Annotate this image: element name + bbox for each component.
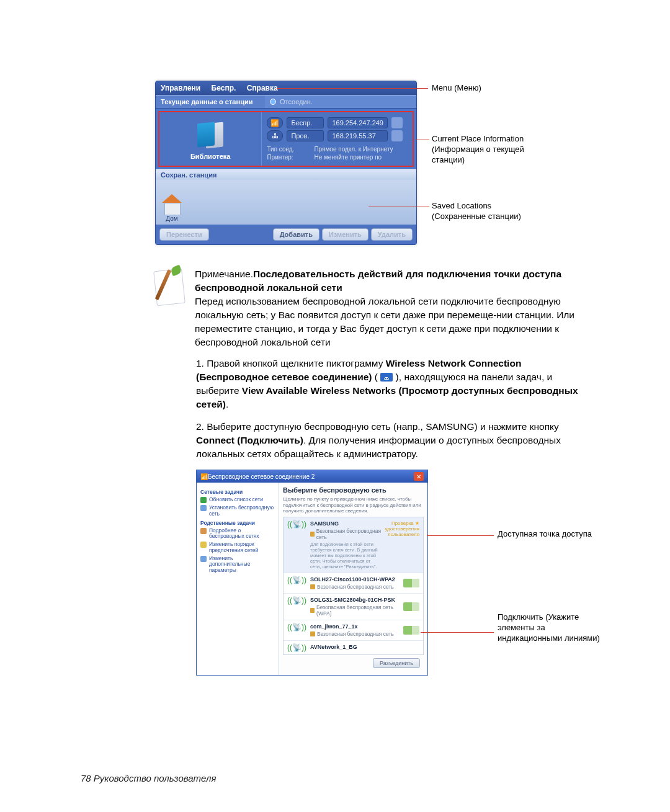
wireless-status-icon: 📶 — [267, 117, 283, 128]
add-button[interactable]: Добавить — [273, 228, 319, 241]
leader-line — [277, 88, 428, 89]
lock-icon — [310, 631, 315, 636]
steps-text: 1. Правой кнопкой щелкните пиктограмму W… — [196, 357, 589, 461]
side-item-setup[interactable]: Установить беспроводную сеть — [200, 505, 275, 517]
signal-bars-icon — [403, 602, 419, 611]
saved-item-label: Дом — [166, 215, 177, 222]
delete-button[interactable]: Удалить — [371, 228, 413, 241]
network-item[interactable]: ((📡)) SAMSUNG Безопасная беспроводная се… — [284, 517, 423, 573]
wireless-dialog-window: 📶 Беспроводное сетевое соединение 2 ✕ Се… — [196, 470, 428, 676]
refresh-icon — [200, 497, 207, 503]
info-icon — [200, 528, 207, 534]
note-icon — [155, 267, 184, 305]
signal-bars-icon — [403, 626, 419, 635]
network-list[interactable]: ((📡)) SAMSUNG Безопасная беспроводная се… — [283, 517, 424, 655]
wired-ip: 168.219.55.37 — [328, 130, 388, 141]
move-button[interactable]: Перенести — [159, 228, 209, 241]
network-item[interactable]: ((📡)) SOLH27-Cisco1100-01CH-WPA2Безопасн… — [284, 573, 423, 594]
note-text: Примечание.Последовательность действий д… — [195, 267, 589, 349]
wireless-tray-icon — [380, 373, 393, 381]
leader-line — [416, 140, 429, 140]
side-group-2: Родственные задачи — [200, 520, 275, 526]
library-icon — [194, 118, 227, 149]
saved-area[interactable]: Дом — [156, 180, 416, 225]
setup-icon — [200, 505, 207, 511]
side-item-advanced[interactable]: Изменить дополнительные параметры — [200, 556, 275, 574]
side-item-refresh[interactable]: Обновить список сети — [200, 497, 275, 503]
lock-icon — [310, 532, 315, 537]
side-item-learn[interactable]: Подробнее о беспроводных сетях — [200, 528, 275, 540]
wired-action-icon[interactable] — [391, 130, 403, 141]
current-place-panel: Библиотека 📶 Беспр. 169.254.247.249 🖧 Пр… — [158, 111, 414, 167]
library-label: Библиотека — [190, 153, 231, 160]
callout-menu: Menu (Меню) — [432, 83, 481, 94]
conn-type-label: Тип соед. — [267, 146, 310, 153]
wired-status-icon: 🖧 — [267, 130, 283, 141]
wireless-ip: 169.254.247.249 — [328, 117, 388, 128]
lock-icon — [310, 584, 315, 589]
close-icon[interactable]: ✕ — [414, 472, 424, 481]
status-bar: Текущие данные о станции Отсоедин. — [156, 95, 416, 109]
saved-header: Сохран. станция — [156, 169, 416, 180]
note-block: Примечание.Последовательность действий д… — [155, 267, 589, 349]
figure-location-manager: Menu (Меню) Current Place Information (И… — [155, 81, 552, 245]
signal-icon: ((📡)) — [287, 644, 306, 651]
button-row: Перенести Добавить Изменить Удалить — [156, 225, 416, 244]
network-badge: Проверка ★ удостоверения пользователя — [385, 520, 419, 537]
star-icon — [200, 542, 207, 548]
wireless-dialog-titlebar[interactable]: 📶 Беспроводное сетевое соединение 2 ✕ — [197, 470, 427, 483]
side-item-order[interactable]: Изменить порядок предпочтения сетей — [200, 542, 275, 554]
menu-help[interactable]: Справка — [247, 84, 278, 92]
status-dot-icon — [270, 99, 276, 105]
signal-icon: ((📡)) — [287, 623, 306, 631]
menu-wireless[interactable]: Беспр. — [212, 84, 236, 92]
wireless-main-panel: Выберите беспроводную сеть Щелкните по п… — [279, 483, 427, 675]
connect-button[interactable]: Разъединить — [373, 658, 420, 668]
leader-line — [427, 535, 494, 536]
callout-connect: Подключить (Укажите элементы за индикаци… — [498, 612, 609, 644]
callout-available-ap: Доступная точка доступа — [498, 529, 597, 540]
conn-type-value: Прямое подкл. к Интернету — [314, 146, 408, 153]
network-item[interactable]: ((📡)) AVNetwork_1_BG — [284, 641, 423, 654]
edit-button[interactable]: Изменить — [322, 228, 368, 241]
wireless-label: Беспр. — [287, 117, 324, 128]
location-manager-window: Управлени Беспр. Справка Текущие данные … — [155, 81, 417, 245]
figure-wireless-dialog: Доступная точка доступа Подключить (Укаж… — [196, 470, 543, 676]
callout-current-place: Current Place Information (Информация о … — [432, 134, 537, 166]
printer-label: Принтер: — [267, 154, 310, 161]
status-right: Отсоедин. — [265, 96, 318, 108]
wireless-desc: Щелкните по пункту в приведенном ниже сп… — [283, 496, 424, 514]
signal-icon: ((📡)) — [287, 597, 306, 604]
network-item[interactable]: ((📡)) com_jiwon_77_1xБезопасная беспрово… — [284, 620, 423, 641]
wired-label: Пров. — [287, 130, 324, 141]
leader-line — [421, 632, 494, 633]
side-group-1: Сетевые задачи — [200, 489, 275, 495]
wireless-side-panel: Сетевые задачи Обновить список сети Уста… — [197, 483, 279, 675]
leader-line — [368, 207, 429, 207]
gear-icon — [200, 556, 207, 562]
network-item[interactable]: ((📡)) SOLG31-SMC2804bg-01CH-PSKБезопасна… — [284, 594, 423, 620]
status-left: Текущие данные о станции — [156, 96, 265, 108]
menu-manage[interactable]: Управлени — [161, 84, 200, 92]
page-footer: 78 Руководство пользователя — [81, 773, 216, 783]
lock-icon — [310, 608, 315, 613]
callout-saved: Saved Locations (Сохраненные станции) — [432, 201, 537, 222]
signal-bars-icon — [403, 579, 419, 587]
signal-icon: ((📡)) — [287, 520, 306, 528]
printer-value: Не меняйте принтер по — [314, 154, 408, 161]
wireless-heading: Выберите беспроводную сеть — [283, 486, 424, 494]
home-icon[interactable] — [161, 193, 183, 215]
wireless-action-icon[interactable] — [391, 117, 403, 128]
signal-icon: ((📡)) — [287, 576, 306, 584]
